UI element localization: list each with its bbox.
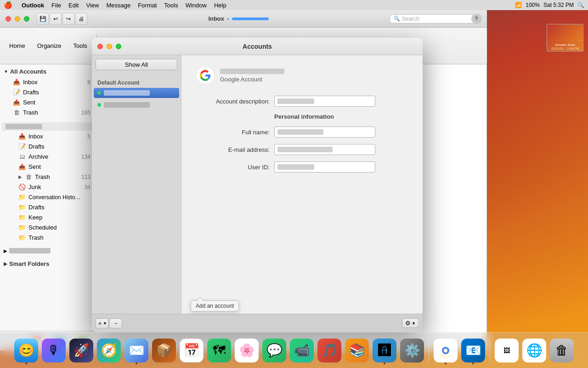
conv-hist-label: Conversation Histo… [28,194,90,201]
dock-photos[interactable]: 🌸 [234,338,260,363]
sidebar-item-drafts-all[interactable]: 📝 Drafts [2,87,94,97]
sidebar-item-junk-2[interactable]: 🚫 Junk 34 [2,182,94,192]
third-account-expand: ▶ [4,248,7,253]
undo-btn[interactable]: ↩ [50,13,62,25]
dock: 😊 🎙 🚀 🧭 ✉️ 📦 📅 🗺 🌸 💬 [0,332,588,368]
dock-calendar[interactable]: 📅 [179,338,204,363]
second-account-header[interactable] [2,122,94,131]
drafts-3-label: Drafts [28,204,90,211]
menubar-outlook[interactable]: Outlook [22,2,44,9]
menubar-search-icon[interactable]: 🔍 [577,2,584,8]
menubar-message[interactable]: Message [106,2,130,9]
ribbon-tab-tools[interactable]: Tools [68,40,92,51]
trash-dock-icon: 🗑 [550,339,574,362]
trash-icon-all: 🗑 [13,109,20,116]
sent-2-label: Sent [28,163,90,170]
dock-jpeg-file[interactable]: 🖼 [494,338,520,363]
trash-3-icon: 📁 [18,234,26,241]
dock-systemprefs[interactable]: ⚙️ [399,338,425,363]
sidebar-item-drafts-3[interactable]: 📁 Drafts [2,202,94,212]
archive-icon: 🗂 [18,153,26,160]
sidebar-item-conv-hist[interactable]: 📁 Conversation Histo… [2,192,94,202]
account-entry-2[interactable] [94,100,179,110]
menubar-file[interactable]: File [51,2,61,9]
ribbon-tab-organize[interactable]: Organize [32,40,67,51]
conv-hist-icon: 📁 [18,194,26,201]
sidebar-item-sent-all[interactable]: 📤 Sent [2,98,94,107]
menubar-view[interactable]: View [86,2,99,9]
dock-airmail[interactable]: ✉️ [124,338,149,363]
dock-separator-1 [429,339,429,362]
dock-maps[interactable]: 🗺 [206,338,232,363]
gear-settings-btn[interactable]: ⚙ ▼ [402,318,419,328]
user-id-input[interactable] [274,161,375,172]
smart-folders-header[interactable]: ▶ Smart Folders [0,259,96,269]
trash-2-count: 113 [81,174,90,180]
all-accounts-section: ▼ All Accounts 📥 Inbox 8 📝 Drafts 📤 [0,64,96,120]
trash-2-expand[interactable]: ▶ [18,174,22,179]
apple-menu-icon[interactable]: 🍎 [4,1,12,9]
sidebar-item-inbox-2[interactable]: 📥 Inbox 5 [2,132,94,141]
dock-trash[interactable]: 🗑 [549,338,575,363]
ribbon-tab-home[interactable]: Home [4,40,31,51]
add-account-btn[interactable]: ＋ ▼ [96,318,108,328]
menubar-help[interactable]: Help [214,2,226,9]
dock-siri[interactable]: 🎙 [41,338,67,363]
drafts-3-icon: 📁 [18,204,26,211]
remove-account-btn[interactable]: － [109,318,122,328]
sidebar-item-sent-2[interactable]: 📤 Sent [2,162,94,172]
chrome-dot [445,362,447,364]
modal-min-btn[interactable] [107,44,112,49]
sidebar-item-trash-3[interactable]: 📁 Trash [2,233,94,242]
sidebar-item-inbox-all[interactable]: 📥 Inbox 8 [2,77,94,87]
dock-books[interactable]: 📚 [344,338,370,363]
menubar-edit[interactable]: Edit [68,2,79,9]
account-entry-1-selected[interactable] [94,88,179,98]
dock-music[interactable]: 🎵 [317,338,342,363]
outlook-dot [472,362,474,364]
close-button[interactable] [6,16,11,22]
screenshot-date: 2019-05-…1.44 PM [551,47,579,50]
dock-messages[interactable]: 💬 [261,338,287,363]
dock-outlook[interactable]: 📧 [460,338,486,363]
third-account-header[interactable]: ▶ [0,247,96,255]
sidebar-all-accounts-header[interactable]: ▼ All Accounts [0,66,96,77]
modal-close-btn[interactable] [97,44,103,49]
inbox-2-icon: 📥 [18,133,26,140]
search-icon: 🔍 [394,16,400,22]
keep-label: Keep [28,214,90,221]
modal-max-btn[interactable] [116,44,121,49]
google-logo [196,66,215,85]
ribbon-help-btn[interactable]: ? [471,14,481,24]
dock-launchpad[interactable]: 🚀 [68,338,94,363]
redo-btn[interactable]: ↪ [62,13,74,25]
menubar-tools[interactable]: Tools [164,2,178,9]
menubar-format[interactable]: Format [138,2,157,9]
full-name-input[interactable] [274,126,375,138]
email-input[interactable] [274,144,375,155]
sidebar-item-keep[interactable]: 📁 Keep [2,213,94,222]
sidebar-item-drafts-2[interactable]: 📝 Drafts [2,142,94,151]
dock-another-browser[interactable]: 🌐 [521,338,547,363]
dock-facetime[interactable]: 📹 [289,338,315,363]
sidebar-item-scheduled[interactable]: 📁 Scheduled [2,223,94,232]
dock-appstore[interactable]: 🅰 [372,338,397,363]
minimize-button[interactable] [15,16,20,22]
dock-downloads[interactable]: 📦 [151,338,177,363]
menubar-window[interactable]: Window [186,2,207,9]
search-bar[interactable]: 🔍 Search [390,14,481,23]
print-btn[interactable]: 🖨 [75,13,87,25]
show-all-button[interactable]: Show All [96,59,177,70]
sidebar-item-trash-all[interactable]: 🗑 Trash 165 [2,108,94,117]
chrome-icon [434,339,458,362]
dock-chrome[interactable] [433,338,458,363]
dock-safari[interactable]: 🧭 [96,338,122,363]
account-desc-input[interactable] [274,96,375,107]
sidebar-item-archive-2[interactable]: 🗂 Archive 134 [2,152,94,161]
maximize-button[interactable] [24,16,29,22]
desktop: 💾 ↩ ↪ 🖨 Inbox • 🔍 Search Home Organize T… [0,10,588,368]
save-toolbar-btn[interactable]: 💾 [37,13,49,25]
dock-finder[interactable]: 😊 [13,338,39,363]
modal-sidebar: Show All Default Account [92,55,181,314]
sidebar-item-trash-2[interactable]: ▶ 🗑 Trash 113 [2,172,94,182]
